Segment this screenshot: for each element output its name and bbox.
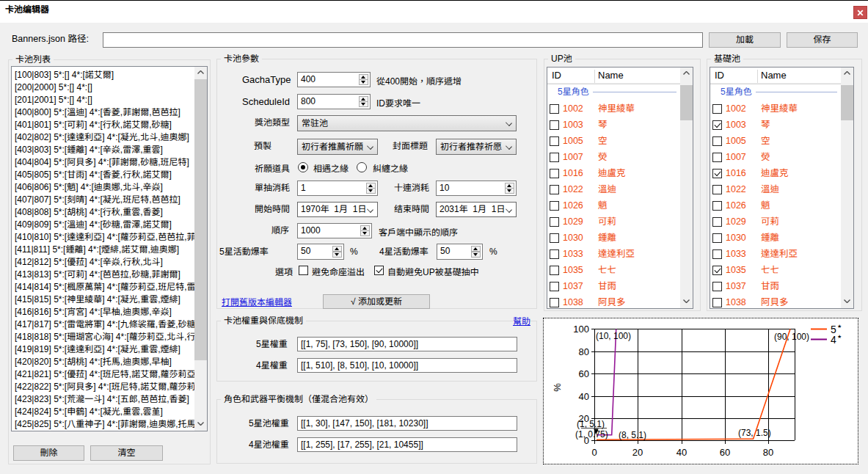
svg-text:4: 4 [831, 334, 836, 346]
svg-text:100: 100 [573, 324, 589, 335]
svg-text:(1, 5.1): (1, 5.1) [577, 419, 605, 429]
svg-text:40: 40 [676, 447, 687, 458]
svg-text:20: 20 [632, 447, 643, 458]
svg-text:(90, 100): (90, 100) [774, 332, 809, 342]
svg-text:80: 80 [579, 346, 589, 357]
svg-text:60: 60 [720, 447, 730, 458]
svg-text:(73, 1.5): (73, 1.5) [738, 428, 771, 438]
svg-text:★: ★ [837, 324, 842, 329]
svg-text:60: 60 [579, 368, 589, 379]
svg-text:(1, 0.75): (1, 0.75) [575, 429, 608, 440]
svg-text:(10, 100): (10, 100) [596, 331, 631, 341]
svg-text:★: ★ [837, 334, 842, 339]
svg-text:%: % [552, 383, 563, 392]
svg-text:(8, 5.1): (8, 5.1) [619, 430, 646, 440]
svg-text:80: 80 [763, 447, 773, 458]
svg-text:40: 40 [579, 391, 589, 402]
svg-text:0: 0 [591, 447, 597, 458]
